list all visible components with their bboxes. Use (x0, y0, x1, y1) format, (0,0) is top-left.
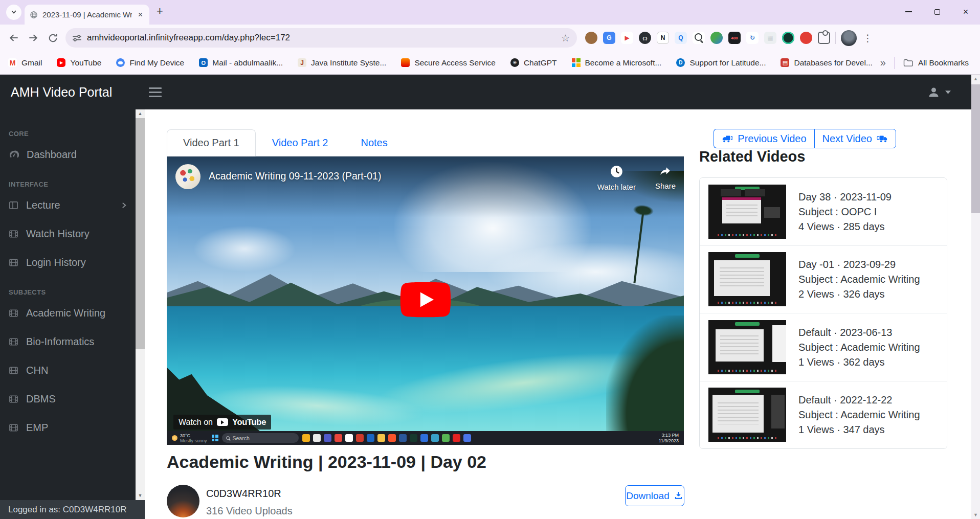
address-bar[interactable]: amhvideoportal.infinityfreeapp.com/day.p… (65, 28, 577, 48)
bookmark-label: ChatGPT (524, 58, 557, 67)
page-scrollbar[interactable]: ▲ ▼ (971, 75, 980, 519)
related-video-item[interactable]: Default · 2022-12-22Subject : Academic W… (700, 381, 947, 449)
doc-search-icon[interactable]: Q (675, 32, 687, 44)
browser-menu-button[interactable]: ⋮ (863, 32, 873, 44)
window-close-button[interactable]: × (951, 0, 980, 24)
bookmark-java-institute-syste[interactable]: JJava Institute Syste... (298, 58, 386, 67)
video-nav-buttons: Previous Video Next Video (714, 129, 896, 148)
video-player[interactable]: 30°CMostly sunny Search 3:13 PM11/9/2023… (167, 156, 684, 445)
faded-grid-icon[interactable]: ▦ (764, 32, 776, 44)
sidebar-toggle-button[interactable] (149, 87, 162, 97)
page-scrollbar-thumb[interactable] (971, 84, 980, 213)
sidebar-item-academic-writing[interactable]: Academic Writing (0, 301, 145, 325)
scroll-up-icon[interactable]: ▲ (971, 75, 980, 83)
previous-video-button[interactable]: Previous Video (714, 129, 814, 148)
site-brand[interactable]: AMH Video Portal (11, 85, 112, 100)
code-braces-icon[interactable]: {;} (639, 32, 651, 44)
sidebar-item-watch-history[interactable]: Watch History (0, 222, 145, 245)
browser-profile-avatar[interactable] (841, 30, 857, 46)
bookmark-support-for-latitude[interactable]: DSupport for Latitude... (676, 58, 766, 67)
sidebar-scrollbar-thumb[interactable] (136, 118, 145, 349)
db-icon: ▤ (781, 58, 789, 67)
sidebar-item-lecture[interactable]: Lecture (0, 193, 145, 217)
related-video-item[interactable]: Day 38 · 2023-11-09Subject : OOPC I4 Vie… (700, 178, 947, 245)
tab-notes[interactable]: Notes (344, 129, 404, 156)
site-page: AMH Video Portal COREDashboardINTERFACEL… (0, 75, 980, 519)
forward-button[interactable] (24, 29, 43, 47)
badge-480-icon[interactable]: 480 (728, 32, 741, 44)
scroll-down-icon[interactable]: ▼ (136, 491, 145, 500)
user-menu-button[interactable] (927, 85, 951, 99)
all-bookmarks-button[interactable]: All Bookmarks (903, 58, 969, 67)
video-play-icon[interactable]: ▶ (621, 32, 633, 44)
browser-tab[interactable]: 2023-11-09 | Academic Writing × (25, 5, 149, 25)
watch-later-button[interactable]: Watch later (597, 165, 636, 191)
window-restore-button[interactable] (923, 0, 951, 24)
sidebar-item-emp[interactable]: EMP (0, 416, 145, 439)
next-video-button[interactable]: Next Video (814, 129, 896, 148)
notepad-n-icon[interactable]: N (657, 32, 669, 44)
bookmark-become-a-microsoft[interactable]: Become a Microsoft... (572, 58, 662, 67)
related-video-thumbnail (708, 320, 786, 374)
sidebar-item-label: Bio-Informatics (26, 336, 94, 348)
sync-shield-icon[interactable]: ↻ (746, 32, 759, 44)
youtube-logo-icon (217, 418, 228, 426)
bookmarks-overflow-button[interactable]: » (875, 57, 891, 69)
sidebar-item-dashboard[interactable]: Dashboard (0, 143, 145, 166)
bookmark-chatgpt[interactable]: ✳ChatGPT (510, 58, 557, 67)
window-minimize-button[interactable] (894, 0, 923, 24)
sidebar-item-label: CHN (26, 365, 48, 376)
scroll-down-icon[interactable]: ▼ (971, 511, 980, 519)
bookmark-mail-abdulmaalik[interactable]: OMail - abdulmaalik... (199, 58, 283, 67)
site-settings-icon[interactable] (73, 34, 81, 42)
play-button[interactable] (400, 282, 451, 320)
scroll-up-icon[interactable]: ▲ (136, 109, 145, 118)
bookmark-secure-access-service[interactable]: Secure Access Service (401, 58, 496, 67)
related-video-item[interactable]: Default · 2023-06-13Subject : Academic W… (700, 313, 947, 381)
sidebar-item-chn[interactable]: CHN (0, 358, 145, 382)
translate-icon[interactable]: G (603, 32, 615, 44)
tab-search-button[interactable] (6, 5, 21, 20)
channel-avatar[interactable] (175, 164, 201, 189)
weather-icon (172, 435, 177, 441)
related-video-subject: Subject : Academic Writing (798, 410, 920, 420)
bookmark-star-icon[interactable]: ☆ (561, 32, 570, 44)
caret-down-icon (945, 91, 951, 94)
bookmark-databases-for-devel[interactable]: ▤Databases for Devel... (781, 58, 872, 67)
bookmark-gmail[interactable]: MGmail (8, 58, 42, 67)
film-icon (9, 308, 18, 318)
globe-downloader-icon[interactable] (710, 32, 723, 44)
browser-chrome: 2023-11-09 | Academic Writing × + × amhv… (0, 0, 980, 75)
sidebar-item-dbms[interactable]: DBMS (0, 387, 145, 411)
minimize-icon (905, 11, 912, 12)
uploader-name: C0D3W4RR10R (206, 488, 281, 500)
tab-video-part-2[interactable]: Video Part 2 (256, 129, 345, 156)
bookmark-youtube[interactable]: ▶YouTube (57, 58, 101, 67)
puzzle-icon[interactable] (818, 32, 830, 44)
magnifier-icon[interactable] (693, 32, 705, 44)
video-title[interactable]: Academic Writing 09-11-2023 (Part-01) (209, 170, 381, 182)
sidebar-item-login-history[interactable]: Login History (0, 251, 145, 274)
cookie-icon[interactable] (585, 32, 597, 44)
browser-toolbar: amhvideoportal.infinityfreeapp.com/day.p… (0, 25, 980, 51)
download-button[interactable]: Download (625, 485, 684, 506)
outlook-icon: O (199, 58, 208, 67)
uploader-avatar (167, 485, 199, 517)
sidebar-item-bio-informatics[interactable]: Bio-Informatics (0, 330, 145, 353)
tab-video-part-1[interactable]: Video Part 1 (167, 129, 256, 156)
back-button[interactable] (4, 29, 24, 47)
ring-icon[interactable] (782, 32, 794, 44)
related-video-item[interactable]: Day -01 · 2023-09-29Subject : Academic W… (700, 245, 947, 313)
share-icon (658, 165, 673, 177)
tab-close-icon[interactable]: × (137, 10, 144, 19)
sidebar-scrollbar[interactable]: ▲ ▼ (136, 109, 145, 500)
watch-on-youtube-button[interactable]: Watch on YouTube (173, 415, 271, 430)
new-tab-button[interactable]: + (157, 5, 163, 18)
sidebar-heading-subjects: SUBJECTS (9, 288, 145, 296)
fox-icon[interactable] (800, 32, 812, 44)
chevron-right-icon (121, 202, 127, 209)
dell-icon: D (676, 58, 685, 67)
bookmark-find-my-device[interactable]: Find My Device (116, 58, 184, 67)
share-button[interactable]: Share (655, 165, 676, 191)
reload-button[interactable] (43, 29, 62, 47)
